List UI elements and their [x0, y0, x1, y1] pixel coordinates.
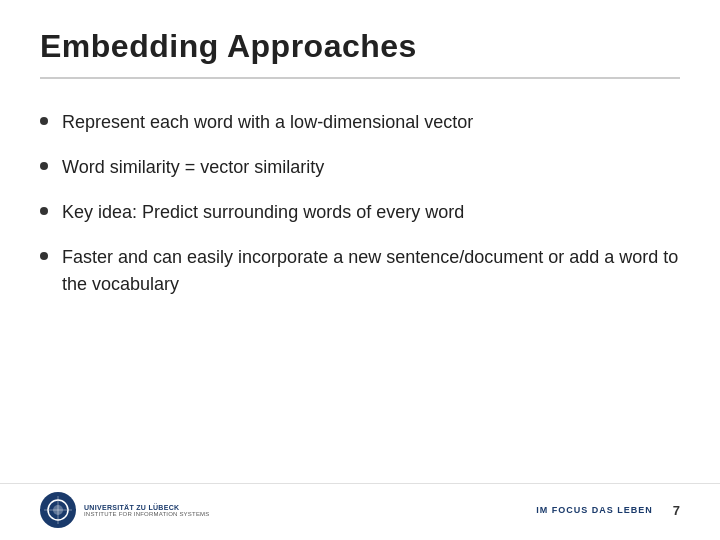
slide-footer: UNIVERSITÄT ZU LÜBECK INSTITUTE FOR INFO… [0, 483, 720, 540]
footer-logo: UNIVERSITÄT ZU LÜBECK INSTITUTE FOR INFO… [40, 492, 210, 528]
footer-text-block: UNIVERSITÄT ZU LÜBECK INSTITUTE FOR INFO… [84, 504, 210, 517]
logo-svg [42, 494, 74, 526]
bullet-text-3: Key idea: Predict surrounding words of e… [62, 199, 680, 226]
slide-title: Embedding Approaches [40, 28, 680, 65]
list-item: Represent each word with a low-dimension… [40, 109, 680, 136]
list-item: Key idea: Predict surrounding words of e… [40, 199, 680, 226]
slide-header: Embedding Approaches [0, 0, 720, 77]
footer-motto: IM FOCUS DAS LEBEN [536, 505, 653, 515]
bullet-dot [40, 162, 48, 170]
bullet-dot [40, 252, 48, 260]
bullet-dot [40, 117, 48, 125]
list-item: Faster and can easily incorporate a new … [40, 244, 680, 298]
bullet-list: Represent each word with a low-dimension… [40, 109, 680, 298]
university-logo [40, 492, 76, 528]
list-item: Word similarity = vector similarity [40, 154, 680, 181]
slide-content: Represent each word with a low-dimension… [0, 79, 720, 483]
footer-right: IM FOCUS DAS LEBEN 7 [536, 503, 680, 518]
bullet-text-2: Word similarity = vector similarity [62, 154, 680, 181]
department-name: INSTITUTE FOR INFORMATION SYSTEMS [84, 511, 210, 517]
slide: Embedding Approaches Represent each word… [0, 0, 720, 540]
bullet-text-4: Faster and can easily incorporate a new … [62, 244, 680, 298]
bullet-dot [40, 207, 48, 215]
page-number: 7 [673, 503, 680, 518]
university-name: UNIVERSITÄT ZU LÜBECK [84, 504, 210, 511]
bullet-text-1: Represent each word with a low-dimension… [62, 109, 680, 136]
